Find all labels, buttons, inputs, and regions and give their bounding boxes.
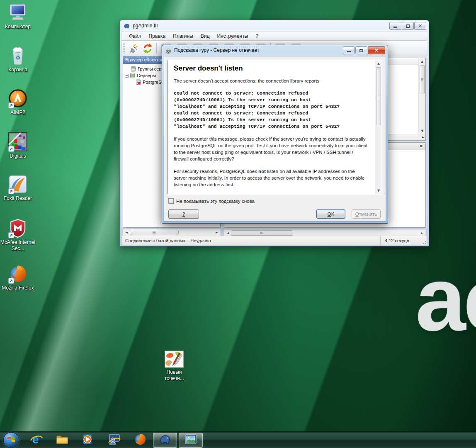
- taskbar: e: [0, 431, 476, 448]
- menu-view[interactable]: Вид: [197, 32, 214, 40]
- maximize-button[interactable]: [402, 22, 414, 30]
- internet-explorer-icon: e: [30, 433, 43, 448]
- computer-icon: [8, 17, 28, 24]
- desktop-icon-mcafee[interactable]: McAfee Internet Sec...: [0, 218, 36, 252]
- cancel-button[interactable]: Отменить: [352, 209, 381, 219]
- shortcut-arrow-icon: [8, 232, 14, 238]
- dont-show-again-row: Не показывать эту подсказку снова: [168, 198, 255, 204]
- scrollbar-thumb[interactable]: [231, 230, 293, 236]
- hint-paragraph-security: For security reasons, PostgreSQL does no…: [174, 168, 369, 188]
- dialog-titlebar[interactable]: Подсказка гуру - Сервер не отвечает ✕: [162, 45, 388, 56]
- desktop-icon-label: Компьютер: [0, 24, 36, 30]
- menu-help[interactable]: ?: [252, 32, 262, 40]
- scroll-left-icon[interactable]: ◄: [224, 231, 231, 235]
- folder-icon: [56, 433, 69, 448]
- minimize-button[interactable]: [389, 22, 401, 30]
- resize-grip[interactable]: [422, 236, 427, 245]
- desktop-icon-label: Foxit Reader: [0, 195, 36, 202]
- media-player-icon: [81, 433, 95, 448]
- status-time: 4,12 секунд: [380, 236, 422, 245]
- desktop-icon-computer[interactable]: Компьютер: [0, 2, 36, 30]
- close-button[interactable]: ✕: [414, 22, 426, 30]
- maximize-button[interactable]: [355, 46, 367, 54]
- help-button[interactable]: ?: [168, 209, 199, 219]
- desktop-icon-foxit-reader[interactable]: Foxit Reader: [0, 174, 36, 202]
- server-icon: [130, 73, 135, 78]
- taskbar-pgadmin-active[interactable]: [153, 433, 177, 448]
- hint-vertical-scrollbar[interactable]: ▲ ▼: [375, 60, 382, 194]
- guru-icon: [165, 47, 172, 54]
- tree-collapse-icon[interactable]: [125, 74, 129, 78]
- menu-edit[interactable]: Правка: [145, 32, 170, 40]
- desktop-icon-label: Mozilla Firefox: [0, 285, 36, 291]
- taskbar-internet-explorer[interactable]: e: [26, 432, 47, 448]
- window-title: pgAdmin III: [133, 23, 158, 29]
- windows-logo-icon: [7, 435, 16, 446]
- shortcut-arrow-icon: [8, 278, 14, 284]
- dont-show-again-checkbox[interactable]: [168, 198, 174, 204]
- scroll-right-icon[interactable]: ►: [422, 135, 425, 139]
- firefox-icon: [134, 433, 147, 448]
- hint-text-view: Server doesn't listen The server doesn't…: [168, 60, 382, 194]
- svg-text:e: e: [32, 433, 39, 446]
- start-button[interactable]: [3, 432, 19, 448]
- taskbar-windows-explorer[interactable]: [51, 432, 73, 448]
- bitmap-paint-icon: [163, 362, 185, 369]
- connection-error-log: could not connect to server: Connection …: [174, 90, 369, 130]
- refresh-icon[interactable]: [141, 42, 154, 55]
- shortcut-arrow-icon: [8, 188, 14, 194]
- menu-tools[interactable]: Инструменты: [213, 32, 252, 40]
- pgadmin-menubar: Файл Правка Плагины Вид Инструменты ?: [121, 32, 427, 41]
- guru-hint-dialog: Подсказка гуру - Сервер не отвечает ✕ Se…: [162, 45, 388, 224]
- scrollbar-thumb[interactable]: [130, 230, 179, 235]
- server-group-icon: [131, 66, 136, 72]
- desktop-icon-recycle-bin[interactable]: ♻ Корзина: [0, 46, 36, 73]
- hint-intro: The server doesn't accept connections: t…: [174, 78, 369, 84]
- desktop-icon-new-bitmap[interactable]: Новый точечн...: [156, 351, 192, 382]
- menu-file[interactable]: Файл: [125, 32, 145, 40]
- desktop-icon-aimp2[interactable]: AIMP2: [0, 88, 36, 116]
- close-pane-icon[interactable]: ✕: [418, 143, 424, 149]
- svg-text:♻: ♻: [15, 54, 21, 61]
- recycle-bin-icon: ♻: [8, 60, 28, 67]
- minimize-button[interactable]: [343, 46, 355, 54]
- hint-paragraph-network: If you encounter this message, please ch…: [174, 136, 369, 162]
- scrollbar-thumb[interactable]: [376, 67, 381, 125]
- dialog-title: Подсказка гуру - Сервер не отвечает: [174, 47, 259, 53]
- connect-plug-icon[interactable]: [127, 42, 140, 55]
- pgadmin-elephant-icon: [123, 22, 130, 29]
- toolbar-separator: [156, 43, 157, 54]
- scroll-left-icon[interactable]: ◄: [123, 231, 130, 234]
- dialog-buttons: ? OK Отменить: [168, 209, 381, 219]
- desktop-icon-label: Корзина: [0, 67, 36, 73]
- hint-heading: Server doesn't listen: [174, 64, 369, 73]
- desktop-icon-label: McAfee Internet Sec...: [0, 239, 36, 252]
- taskbar-firefox[interactable]: [129, 432, 151, 448]
- acer-brand-letter: ac: [415, 254, 476, 344]
- desktop-icon-firefox[interactable]: Mozilla Firefox: [0, 264, 36, 291]
- shortcut-arrow-icon: [8, 102, 14, 108]
- close-button[interactable]: ✕: [368, 46, 385, 54]
- taskbar-media-player[interactable]: [77, 432, 99, 448]
- desktop-icon-digitals[interactable]: Digitals: [0, 132, 36, 159]
- pgadmin-titlebar[interactable]: pgAdmin III ✕: [120, 20, 429, 32]
- taskbar-photo-viewer-active[interactable]: [179, 433, 203, 448]
- ok-button[interactable]: OK: [316, 209, 345, 219]
- scroll-up-icon[interactable]: ▲: [419, 58, 425, 65]
- hint-text-content: Server doesn't listen The server doesn't…: [168, 60, 375, 194]
- scrollbar-thumb[interactable]: [420, 65, 425, 94]
- taskbar-windows-live[interactable]: [103, 432, 125, 448]
- scroll-down-icon[interactable]: ▼: [419, 127, 426, 134]
- tree-horizontal-scrollbar[interactable]: ◄ ►: [123, 229, 221, 236]
- pgadmin-statusbar: Соединение с базой данных... Неудачно. 4…: [121, 236, 427, 245]
- dialog-client-area: Server doesn't listen The server doesn't…: [164, 56, 386, 222]
- toolbar-grip[interactable]: [123, 43, 125, 54]
- scroll-right-icon[interactable]: ►: [419, 231, 425, 235]
- desktop-icon-label: AIMP2: [0, 110, 36, 116]
- menu-plugins[interactable]: Плагины: [169, 32, 197, 40]
- scroll-up-icon[interactable]: ▲: [375, 60, 382, 67]
- properties-vertical-scrollbar[interactable]: ▲ ▼: [418, 58, 425, 134]
- scroll-right-icon[interactable]: ►: [214, 231, 220, 234]
- user-at-computer-icon: [107, 433, 121, 448]
- scroll-down-icon[interactable]: ▼: [375, 187, 382, 194]
